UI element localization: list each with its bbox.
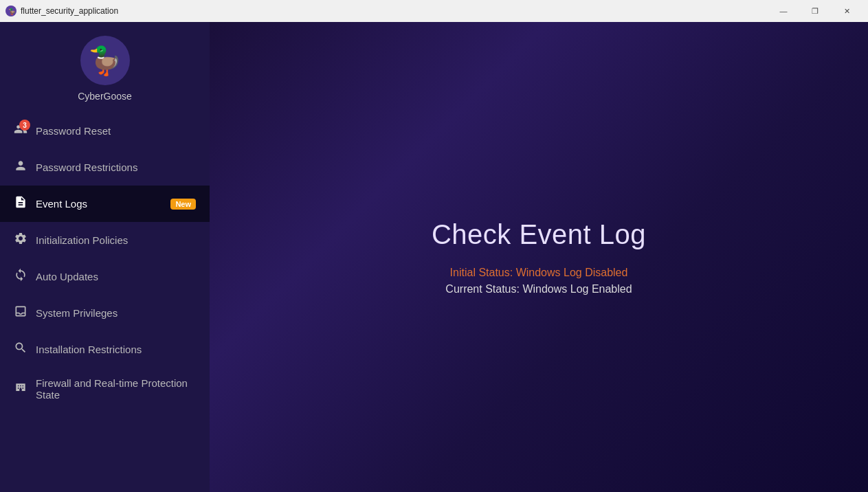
search-icon xyxy=(14,341,27,358)
current-status: Current Status: Windows Log Enabled xyxy=(445,283,632,295)
sidebar-item-firewall-protection-label: Firewall and Real-time Protection State xyxy=(36,377,196,401)
sidebar-item-installation-restrictions[interactable]: Installation Restrictions xyxy=(0,331,210,368)
sidebar-item-password-restrictions[interactable]: Password Restrictions xyxy=(0,149,210,186)
app-body: 🦆 CyberGoose 3 Password Reset Password R… xyxy=(0,22,868,492)
maximize-button[interactable]: ❐ xyxy=(799,0,831,22)
avatar-emoji: 🦆 xyxy=(88,45,122,77)
sidebar-item-auto-updates[interactable]: Auto Updates xyxy=(0,258,210,295)
window-controls: — ❐ ✕ xyxy=(768,0,863,22)
initial-status: Initial Status: Windows Log Disabled xyxy=(450,267,628,279)
sidebar-item-firewall-protection[interactable]: Firewall and Real-time Protection State xyxy=(0,368,210,410)
sidebar-item-auto-updates-label: Auto Updates xyxy=(36,271,196,282)
sidebar-item-event-logs-label: Event Logs xyxy=(36,198,162,210)
file-icon xyxy=(14,195,27,212)
sidebar-item-password-restrictions-label: Password Restrictions xyxy=(36,161,196,173)
refresh-icon xyxy=(14,268,27,285)
sidebar-item-system-privileges-label: System Privileges xyxy=(36,307,196,319)
sidebar-item-initialization-policies[interactable]: Initialization Policies xyxy=(0,222,210,258)
sidebar-item-installation-restrictions-label: Installation Restrictions xyxy=(36,344,196,355)
page-title: Check Event Log xyxy=(432,219,646,250)
avatar: 🦆 xyxy=(80,36,130,85)
titlebar-left: 🦆 flutter_security_application xyxy=(5,5,118,16)
gear-icon xyxy=(14,232,27,249)
titlebar: 🦆 flutter_security_application — ❐ ✕ xyxy=(0,0,868,22)
sidebar-item-password-reset-label: Password Reset xyxy=(36,125,196,137)
app-title: flutter_security_application xyxy=(21,6,118,16)
inbox-icon xyxy=(14,304,27,322)
event-logs-new-badge: New xyxy=(170,199,196,210)
app-icon: 🦆 xyxy=(5,5,16,16)
sidebar-item-password-reset[interactable]: 3 Password Reset xyxy=(0,113,210,149)
password-reset-badge: 3 xyxy=(19,120,30,131)
svg-text:🦆: 🦆 xyxy=(8,8,16,16)
close-button[interactable]: ✕ xyxy=(831,0,863,22)
sidebar-item-event-logs[interactable]: Event Logs New xyxy=(0,186,210,222)
sidebar: 🦆 CyberGoose 3 Password Reset Password R… xyxy=(0,22,210,492)
main-content: Check Event Log Initial Status: Windows … xyxy=(210,22,868,492)
username-label: CyberGoose xyxy=(78,91,132,102)
grid-icon xyxy=(14,381,27,398)
sidebar-header: 🦆 CyberGoose xyxy=(0,22,210,113)
sidebar-item-initialization-policies-label: Initialization Policies xyxy=(36,234,196,246)
sidebar-item-system-privileges[interactable]: System Privileges xyxy=(0,295,210,331)
person-icon xyxy=(14,159,27,176)
minimize-button[interactable]: — xyxy=(768,0,799,22)
